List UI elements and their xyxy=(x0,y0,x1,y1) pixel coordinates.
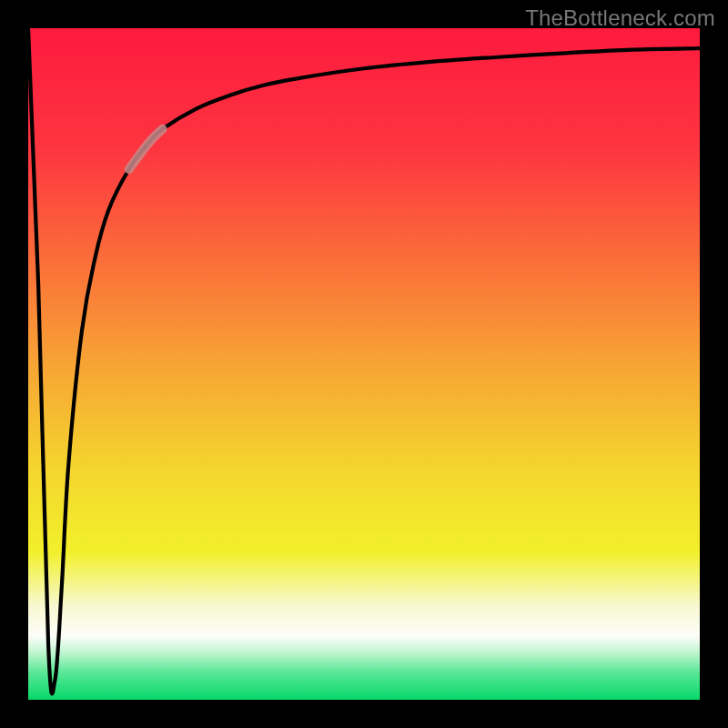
chart-svg xyxy=(28,28,700,700)
watermark-label: TheBottleneck.com xyxy=(525,5,715,31)
plot-area xyxy=(28,28,700,700)
gradient-background xyxy=(28,28,700,700)
chart-frame: TheBottleneck.com xyxy=(0,0,728,728)
